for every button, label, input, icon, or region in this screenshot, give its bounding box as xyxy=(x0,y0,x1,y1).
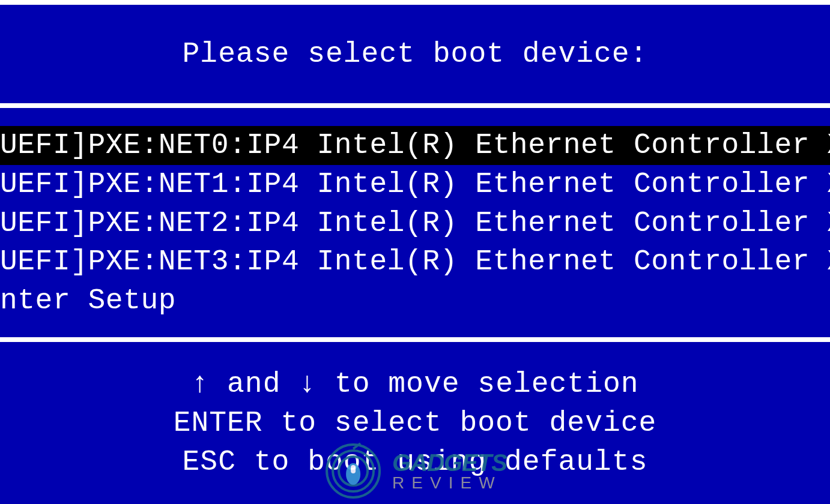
boot-item-net3[interactable]: UEFI]PXE:NET3:IP4 Intel(R) Ethernet Cont… xyxy=(0,242,830,281)
boot-menu: Please select boot device: UEFI]PXE:NET0… xyxy=(0,0,830,504)
instruction-text: and xyxy=(209,368,298,400)
boot-device-list: UEFI]PXE:NET0:IP4 Intel(R) Ethernet Cont… xyxy=(0,108,830,342)
watermark-logo-icon xyxy=(323,441,383,501)
instruction-text: to move selection xyxy=(317,368,638,400)
title-section: Please select boot device: xyxy=(0,5,830,108)
watermark-text: GADGETS REVIEW xyxy=(392,449,507,493)
up-arrow-icon: ↑ xyxy=(191,368,209,400)
watermark-main-text: GADGETS xyxy=(392,449,507,476)
watermark-sub-text: REVIEW xyxy=(392,473,507,493)
boot-item-net2[interactable]: UEFI]PXE:NET2:IP4 Intel(R) Ethernet Cont… xyxy=(0,204,830,243)
boot-item-enter-setup[interactable]: nter Setup xyxy=(0,281,830,320)
boot-item-net1[interactable]: UEFI]PXE:NET1:IP4 Intel(R) Ethernet Cont… xyxy=(0,165,830,204)
menu-title: Please select boot device: xyxy=(0,38,830,70)
instruction-navigation: ↑ and ↓ to move selection xyxy=(0,365,830,404)
boot-item-net0[interactable]: UEFI]PXE:NET0:IP4 Intel(R) Ethernet Cont… xyxy=(0,126,830,165)
watermark: GADGETS REVIEW xyxy=(323,441,507,501)
down-arrow-icon: ↓ xyxy=(298,368,317,400)
svg-rect-4 xyxy=(351,465,356,473)
instruction-select: ENTER to select boot device xyxy=(0,404,830,443)
